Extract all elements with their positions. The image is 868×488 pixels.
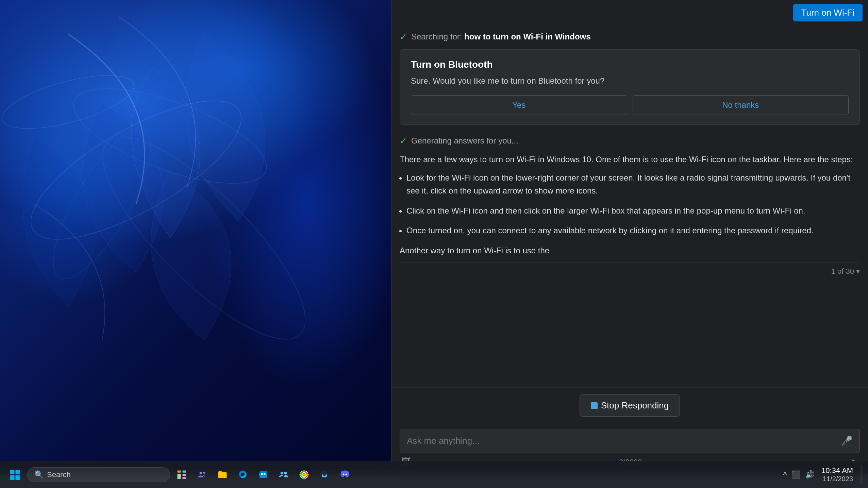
taskbar-store[interactable] [254, 466, 272, 484]
bluetooth-action-buttons: Yes No thanks [411, 95, 849, 115]
stop-responding-button[interactable]: Stop Responding [580, 394, 680, 417]
microphone-icon[interactable]: 🎤 [841, 435, 853, 447]
desktop-background [0, 0, 391, 474]
widgets-icon [177, 470, 187, 480]
stop-icon [591, 402, 598, 409]
file-explorer-icon [217, 470, 228, 480]
search-box-icon: 🔍 [34, 470, 44, 479]
svg-point-16 [261, 472, 264, 475]
check-icon: ✓ [400, 32, 407, 42]
clock-date: 11/2/2023 [821, 475, 853, 483]
svg-point-19 [284, 471, 287, 474]
svg-rect-8 [16, 475, 20, 480]
system-tray-icons: ^ ⬛ 🔊 [782, 469, 816, 481]
svg-point-17 [263, 472, 266, 475]
taskbar-right-area: ^ ⬛ 🔊 10:34 AM 11/2/2023 [782, 465, 863, 484]
edge-icon [238, 470, 248, 480]
clock-time: 10:34 AM [821, 466, 853, 475]
step-2: Click on the Wi-Fi icon and then click o… [406, 204, 860, 217]
input-box[interactable]: 🎤 [400, 429, 860, 453]
no-thanks-button[interactable]: No thanks [633, 95, 849, 115]
svg-rect-12 [183, 474, 186, 476]
start-button[interactable] [5, 465, 24, 484]
taskbar: 🔍 Search [0, 461, 868, 488]
store-icon [258, 470, 268, 480]
discord-icon [340, 470, 350, 480]
windows-logo-icon [9, 469, 21, 481]
svg-rect-13 [183, 477, 186, 479]
step-1: Look for the Wi-Fi icon on the lower-rig… [406, 171, 860, 198]
generating-status: ✓ Generating answers for you... [400, 133, 860, 153]
generating-label: Generating answers for you... [411, 136, 518, 146]
pagination: 1 of 30 ▾ [400, 263, 860, 279]
svg-rect-9 [178, 470, 181, 472]
yes-button[interactable]: Yes [411, 95, 627, 115]
steam-friends-icon [279, 470, 289, 480]
search-query-text: Searching for: how to turn on Wi-Fi in W… [411, 31, 591, 43]
copilot-sidebar: Turn on Wi-Fi ✓ Searching for: how to tu… [391, 0, 868, 474]
show-desktop-button[interactable] [860, 465, 863, 484]
searching-label: Searching for: [411, 32, 462, 41]
svg-point-23 [323, 473, 326, 476]
system-clock[interactable]: 10:34 AM 11/2/2023 [817, 465, 857, 484]
copilot-content-area[interactable]: ✓ Searching for: how to turn on Wi-Fi in… [391, 26, 868, 387]
taskbar-steam[interactable] [316, 466, 333, 484]
chrome-icon [299, 470, 309, 480]
svg-rect-10 [183, 470, 186, 472]
stop-responding-label: Stop Responding [601, 400, 669, 411]
steam-icon [319, 470, 330, 480]
svg-rect-11 [178, 474, 181, 479]
taskbar-file-explorer[interactable] [214, 466, 231, 484]
tray-volume[interactable]: 🔊 [804, 469, 816, 481]
svg-rect-7 [10, 475, 15, 480]
taskbar-discord[interactable] [336, 466, 354, 484]
taskbar-chrome[interactable] [295, 466, 313, 484]
copilot-header: Turn on Wi-Fi [391, 0, 868, 26]
taskbar-widgets[interactable] [173, 466, 190, 484]
answer-intro: There are a few ways to turn on Wi-Fi in… [400, 153, 860, 166]
answer-content: There are a few ways to turn on Wi-Fi in… [400, 153, 860, 257]
answer-steps-list: Look for the Wi-Fi icon on the lower-rig… [400, 171, 860, 237]
step-3: Once turned on, you can connect to any a… [406, 224, 860, 237]
turn-on-wifi-button[interactable]: Turn on Wi-Fi [793, 4, 863, 21]
svg-point-24 [343, 473, 345, 475]
svg-point-25 [346, 473, 347, 475]
generating-check-icon: ✓ [400, 136, 407, 146]
ask-input[interactable] [407, 436, 837, 446]
teams-icon [197, 470, 207, 480]
svg-rect-6 [16, 470, 20, 474]
tray-tablet-mode[interactable]: ⬛ [790, 469, 802, 481]
answer-more: Another way to turn on Wi-Fi is to use t… [400, 244, 860, 257]
taskbar-steam-friends[interactable] [275, 466, 293, 484]
taskbar-edge[interactable] [234, 466, 252, 484]
search-box-label: Search [47, 470, 71, 479]
tray-chevron[interactable]: ^ [782, 469, 788, 481]
stop-responding-container: Stop Responding [391, 387, 868, 423]
bluetooth-card-description: Sure. Would you like me to turn on Bluet… [411, 75, 849, 87]
searching-status: ✓ Searching for: how to turn on Wi-Fi in… [400, 26, 860, 49]
svg-rect-5 [10, 470, 15, 474]
svg-point-15 [203, 471, 205, 473]
svg-point-18 [281, 471, 284, 474]
page-count: 1 of 30 [831, 267, 854, 275]
bluetooth-card-title: Turn on Bluetooth [411, 59, 849, 70]
taskbar-teams[interactable] [193, 466, 211, 484]
svg-point-14 [200, 472, 202, 474]
search-query-bold: how to turn on Wi-Fi in Windows [464, 32, 590, 41]
taskbar-search-box[interactable]: 🔍 Search [27, 467, 170, 482]
bluetooth-suggestion-card: Turn on Bluetooth Sure. Would you like m… [400, 49, 860, 125]
